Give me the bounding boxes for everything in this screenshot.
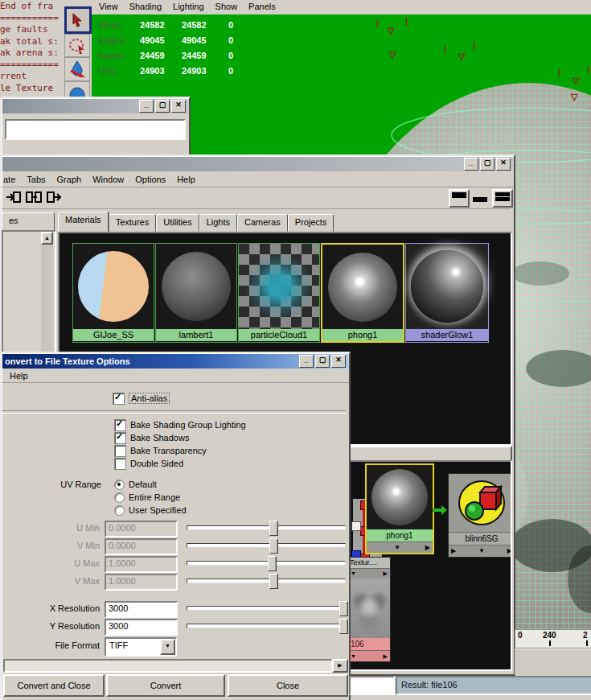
menu-graph[interactable]: Graph (51, 173, 88, 186)
layout-top-only-button[interactable] (449, 189, 470, 208)
node-output-icon[interactable]: ▶ (425, 544, 430, 552)
material-name: particleCloud1 (239, 329, 319, 341)
bake-shadows-checkbox[interactable] (114, 432, 126, 444)
input-connections-icon[interactable] (6, 191, 21, 204)
v-max-label: V Max (26, 576, 100, 586)
menu-show[interactable]: Show (210, 0, 244, 13)
normal-indicator-icon: | (587, 64, 589, 74)
tab-textures[interactable]: Textures (109, 214, 157, 232)
scroll-up-icon[interactable]: ▲ (41, 232, 53, 245)
shading-group-node[interactable]: blinn6SG ▶▼▶ (448, 473, 512, 558)
maximize-icon[interactable]: ▢ (315, 355, 330, 368)
tab-lights[interactable]: Lights (199, 214, 237, 232)
tab-cameras[interactable]: Cameras (237, 214, 288, 232)
layout-split-button[interactable] (492, 189, 513, 208)
menu-help[interactable]: Help (171, 173, 201, 186)
normal-indicator-icon: ▽ (388, 26, 394, 36)
minimize-icon[interactable]: _ (139, 100, 154, 113)
uv-range-user-radio[interactable] (114, 505, 125, 516)
menu-window[interactable]: Window (87, 173, 129, 186)
material-swatch[interactable]: lambert1 (155, 243, 237, 343)
normal-indicator-icon: | (376, 18, 379, 27)
u-max-field[interactable]: 1.0000 (105, 556, 178, 573)
command-line-input[interactable] (349, 676, 395, 695)
node-expand-icon[interactable]: ▼ (351, 570, 356, 578)
tab-utilities[interactable]: Utilities (156, 214, 199, 232)
menu-view[interactable]: View (93, 0, 124, 13)
minimize-icon[interactable]: _ (299, 355, 314, 368)
material-swatch[interactable]: GIJoe_SS (72, 243, 154, 343)
file-format-dropdown[interactable]: TIFF ▼ (105, 637, 177, 657)
material-swatch[interactable]: particleCloud1 (238, 243, 320, 343)
tab-materials[interactable]: Materials (58, 212, 109, 232)
menu-shading[interactable]: Shading (124, 0, 167, 13)
node-output-icon[interactable]: ▶ (384, 653, 388, 661)
file-texture-node[interactable]: Textur.... ▼▶ 106 ▼▶ (347, 557, 391, 662)
dialog-titlebar[interactable]: onvert to File Texture Options _ ▢ ✕ (2, 354, 348, 369)
y-resolution-field[interactable]: 3000 (105, 619, 178, 636)
uv-range-label: UV Range (18, 480, 101, 489)
node-output-icon[interactable]: ▶ (507, 547, 512, 555)
close-icon[interactable]: ✕ (496, 158, 511, 171)
y-resolution-slider[interactable] (187, 619, 346, 633)
close-button[interactable]: Close (228, 674, 348, 697)
select-tool-button[interactable] (64, 6, 92, 34)
maximize-icon[interactable]: ▢ (480, 158, 495, 171)
material-thumbnail (406, 244, 488, 329)
material-name: GIJoe_SS (73, 329, 154, 341)
node-expand-icon[interactable]: ▼ (351, 653, 356, 661)
convert-options-dialog: onvert to File Texture Options _ ▢ ✕ Hel… (0, 352, 351, 700)
u-min-field[interactable]: 0.0000 (105, 521, 178, 537)
hypershade-titlebar[interactable]: _ ▢ ✕ (2, 157, 513, 171)
anti-alias-checkbox[interactable] (113, 393, 125, 405)
v-min-slider[interactable] (187, 538, 346, 553)
layout-bottom-only-button[interactable] (471, 189, 489, 204)
bake-shading-group-lighting-label: Bake Shading Group Lighting (130, 420, 246, 430)
uv-range-default-radio[interactable] (114, 480, 125, 490)
paint-select-tool-button[interactable] (64, 57, 90, 81)
scroll-right-icon[interactable]: ▶ (332, 659, 348, 673)
u-min-slider[interactable] (187, 521, 346, 535)
node-expand-icon[interactable]: ▼ (394, 544, 400, 552)
v-min-field[interactable]: 0.0000 (105, 538, 178, 555)
uv-range-entire-radio[interactable] (114, 492, 125, 503)
menu-options[interactable]: Options (129, 173, 171, 186)
double-sided-checkbox[interactable] (114, 458, 126, 470)
maximize-icon[interactable]: ▢ (155, 100, 170, 113)
material-swatch[interactable]: shaderGlow1 (405, 243, 489, 343)
u-max-slider[interactable] (187, 556, 346, 570)
range-slider-area[interactable] (515, 649, 591, 675)
output-text-field[interactable] (5, 119, 186, 140)
menu-tabs[interactable]: Tabs (21, 173, 51, 186)
normal-indicator-icon: ▽ (389, 50, 396, 60)
tab-projects[interactable]: Projects (288, 214, 334, 232)
menu-help[interactable]: Help (2, 369, 34, 382)
x-resolution-slider[interactable] (187, 601, 346, 616)
node-expand-icon[interactable]: ▼ (478, 547, 485, 555)
material-swatch-selected[interactable]: phong1 (321, 243, 404, 343)
close-icon[interactable]: ✕ (171, 100, 186, 113)
bake-shading-group-lighting-checkbox[interactable] (114, 419, 126, 431)
bake-transparency-checkbox[interactable] (114, 445, 126, 457)
v-max-slider[interactable] (187, 574, 346, 588)
menu-create[interactable]: ate (2, 173, 21, 186)
convert-button[interactable]: Convert (106, 674, 225, 697)
output-connections-icon[interactable] (47, 191, 61, 204)
node-input-icon[interactable]: ▶ (451, 547, 456, 555)
input-output-connections-icon[interactable] (26, 191, 42, 204)
menu-panels[interactable]: Panels (243, 0, 281, 13)
node-output-icon[interactable]: ▶ (384, 570, 388, 578)
convert-and-close-button[interactable]: Convert and Close (3, 674, 105, 697)
time-slider[interactable]: 0 240 2 (515, 629, 591, 649)
dialog-hscroll-track[interactable] (3, 659, 333, 673)
v-max-field[interactable]: 1.0000 (105, 574, 178, 591)
output-window-titlebar[interactable]: _ ▢ ✕ (2, 99, 188, 113)
side-tab[interactable]: es (2, 212, 55, 230)
menu-lighting[interactable]: Lighting (167, 0, 210, 13)
lasso-tool-button[interactable] (64, 34, 90, 57)
close-icon[interactable]: ✕ (331, 355, 346, 368)
phong-node[interactable]: phong1 ▼▶ (365, 463, 434, 554)
dropdown-arrow-icon[interactable]: ▼ (160, 639, 175, 655)
x-resolution-field[interactable]: 3000 (105, 601, 178, 618)
minimize-icon[interactable]: _ (464, 158, 478, 171)
